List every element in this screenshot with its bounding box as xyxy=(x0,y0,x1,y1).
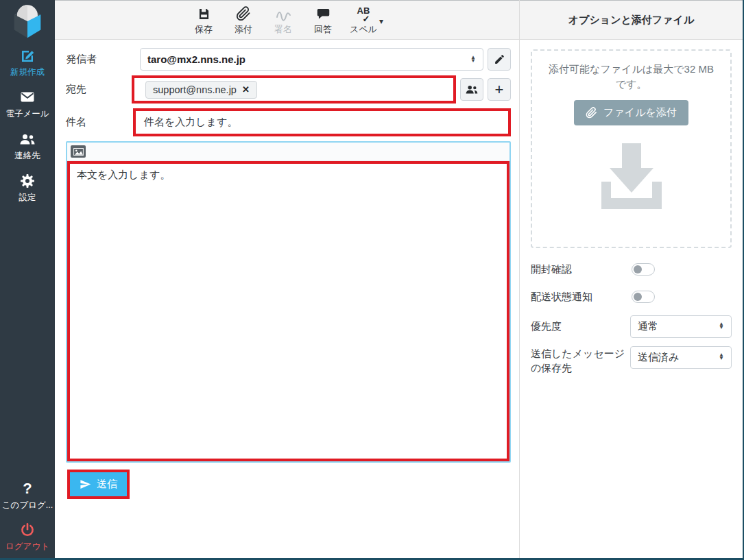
save-icon xyxy=(197,5,211,22)
dsn-label: 配送状態通知 xyxy=(531,289,632,304)
spellcheck-button[interactable]: AB ✓ スペル xyxy=(350,5,377,36)
dropzone-hint: 添付可能なファイルは最大で32 MBです。 xyxy=(547,62,715,92)
speech-bubble-icon xyxy=(316,5,331,22)
signature-button: 署名 xyxy=(270,5,296,39)
compose-form: 発信者 taro@mx2.nns.ne.jp ▲▼ 宛先 xyxy=(55,40,519,499)
power-icon xyxy=(19,521,36,538)
select-arrows-icon: ▲▼ xyxy=(719,354,724,361)
spellcheck-icon: AB ✓ xyxy=(357,5,370,22)
attach-file-label: ファイルを添付 xyxy=(603,106,677,119)
from-row: 発信者 taro@mx2.nns.ne.jp ▲▼ xyxy=(66,48,511,71)
body-field-highlight: 本文を入力します。 xyxy=(67,161,509,461)
options-panel: オプションと添付ファイル 添付可能なファイルは最大で32 MBです。 ファイルを… xyxy=(519,0,743,558)
app-window: 新規作成 電子メール 連絡先 xyxy=(0,0,744,560)
paperclip-icon xyxy=(586,107,597,119)
save-sent-value: 送信済み xyxy=(638,351,679,364)
attach-file-button[interactable]: ファイルを添付 xyxy=(574,100,688,125)
to-label: 宛先 xyxy=(66,83,140,96)
save-sent-label: 送信したメッセージの保存先 xyxy=(531,346,630,376)
body-input[interactable]: 本文を入力します。 xyxy=(70,164,507,459)
paper-plane-icon xyxy=(80,478,91,490)
sidebar-item-compose[interactable]: 新規作成 xyxy=(0,47,55,78)
send-button[interactable]: 送信 xyxy=(70,472,127,496)
from-value: taro@mx2.nns.ne.jp xyxy=(147,53,245,65)
compose-icon xyxy=(19,47,36,64)
options-panel-body: 添付可能なファイルは最大で32 MBです。 ファイルを添付 開封確認 xyxy=(520,40,743,385)
contacts-icon xyxy=(464,83,479,96)
select-arrows-icon: ▲▼ xyxy=(470,56,476,63)
compose-toolbar: 保存 添付 署名 xyxy=(55,0,519,40)
sidebar-item-contacts[interactable]: 連絡先 xyxy=(0,130,55,162)
chip-remove-icon[interactable]: ✕ xyxy=(242,84,250,95)
from-label: 発信者 xyxy=(66,53,140,66)
sidebar-item-logout[interactable]: ログアウト xyxy=(0,521,55,552)
sidebar-item-mail[interactable]: 電子メール xyxy=(0,88,55,120)
subject-row: 件名 件名を入力します。 xyxy=(66,108,511,136)
read-receipt-toggle[interactable] xyxy=(632,263,655,276)
sidebar-item-settings[interactable]: 設定 xyxy=(0,172,55,204)
spell-group: AB ✓ スペル ▾ xyxy=(350,5,383,39)
add-from-contacts-button[interactable] xyxy=(460,78,483,101)
pencil-icon xyxy=(494,53,505,65)
app-logo[interactable] xyxy=(8,1,47,41)
options-panel-title: オプションと添付ファイル xyxy=(520,0,743,40)
priority-label: 優先度 xyxy=(531,319,630,334)
attachment-dropzone[interactable]: 添付可能なファイルは最大で32 MBです。 ファイルを添付 xyxy=(531,49,732,248)
priority-value: 通常 xyxy=(638,320,658,333)
save-button[interactable]: 保存 xyxy=(191,5,217,39)
attach-label: 添付 xyxy=(235,23,252,36)
dsn-row: 配送状態通知 xyxy=(531,289,732,304)
priority-row: 優先度 通常 ▲▼ xyxy=(531,315,732,338)
add-recipient-button[interactable]: + xyxy=(488,78,511,101)
read-receipt-row: 開封確認 xyxy=(531,262,732,277)
priority-select[interactable]: 通常 ▲▼ xyxy=(630,315,732,338)
subject-input[interactable]: 件名を入力します。 xyxy=(139,112,505,132)
sidebar-item-label: このプログ... xyxy=(2,500,53,511)
read-receipt-label: 開封確認 xyxy=(531,262,632,277)
reply-button[interactable]: 回答 xyxy=(310,5,336,39)
edit-identity-button[interactable] xyxy=(488,48,511,71)
sidebar-bottom: ? このプログ... ログアウト xyxy=(0,470,55,558)
save-sent-select[interactable]: 送信済み ▲▼ xyxy=(630,346,732,369)
insert-image-button[interactable] xyxy=(71,145,86,158)
save-sent-row: 送信したメッセージの保存先 送信済み ▲▼ xyxy=(531,346,732,376)
paperclip-icon xyxy=(236,5,251,22)
sidebar-item-label: 設定 xyxy=(19,192,36,204)
sidebar-item-about[interactable]: ? このプログ... xyxy=(0,480,55,511)
sidebar-item-label: 連絡先 xyxy=(14,150,40,162)
save-label: 保存 xyxy=(195,23,213,36)
select-arrows-icon: ▲▼ xyxy=(719,323,724,330)
attach-button[interactable]: 添付 xyxy=(230,5,256,39)
sidebar-item-label: ログアウト xyxy=(5,541,49,552)
signature-label: 署名 xyxy=(274,23,292,36)
mail-icon xyxy=(19,88,36,106)
recipient-address: support@nns.ne.jp xyxy=(153,84,237,95)
image-icon xyxy=(73,148,84,156)
contacts-icon xyxy=(19,130,36,147)
signature-icon xyxy=(274,5,292,22)
plus-icon: + xyxy=(495,83,504,97)
dsn-toggle[interactable] xyxy=(632,291,655,303)
subject-field-highlight: 件名を入力します。 xyxy=(133,108,511,136)
question-icon: ? xyxy=(23,480,32,497)
sidebar-item-label: 電子メール xyxy=(5,108,49,120)
from-select[interactable]: taro@mx2.nns.ne.jp ▲▼ xyxy=(140,48,483,71)
body-editor: 本文を入力します。 xyxy=(66,141,511,463)
subject-label: 件名 xyxy=(66,116,140,129)
download-icon xyxy=(590,143,673,216)
sidebar-item-label: 新規作成 xyxy=(10,66,45,78)
spell-label: スペル xyxy=(350,23,377,36)
compose-pane: 保存 添付 署名 xyxy=(55,0,519,558)
reply-label: 回答 xyxy=(314,23,332,36)
to-field-highlight: support@nns.ne.jp ✕ xyxy=(132,75,456,104)
gear-icon xyxy=(19,172,36,189)
sidebar: 新規作成 電子メール 連絡先 xyxy=(0,0,55,558)
to-input[interactable]: support@nns.ne.jp ✕ xyxy=(143,78,453,101)
editor-toolbar xyxy=(67,143,509,161)
send-button-highlight: 送信 xyxy=(67,470,130,499)
roundcube-logo-icon xyxy=(8,1,47,41)
spell-dropdown-caret-icon[interactable]: ▾ xyxy=(379,16,383,26)
to-row: 宛先 support@nns.ne.jp ✕ xyxy=(66,75,511,104)
recipient-chip[interactable]: support@nns.ne.jp ✕ xyxy=(145,81,257,99)
send-label: 送信 xyxy=(97,478,117,491)
